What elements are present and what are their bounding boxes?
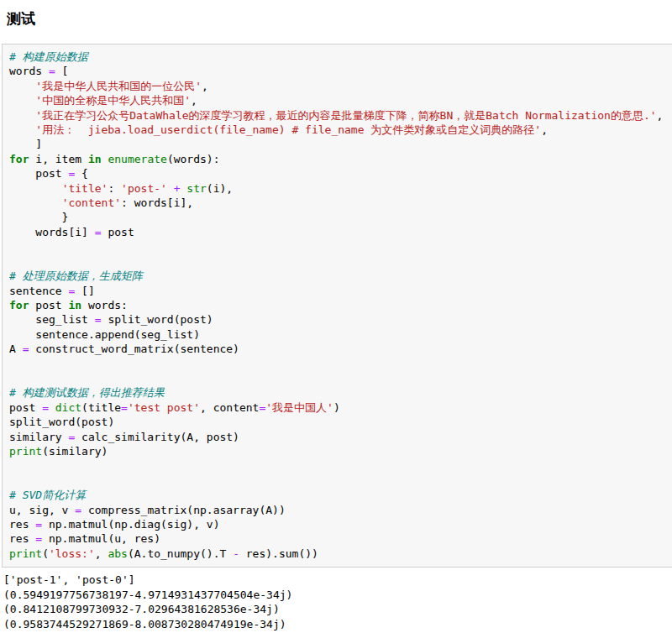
- code-line: post = dict(title='test post', content='…: [9, 400, 665, 415]
- code-token: '我是中华人民共和国的一位公民': [35, 80, 202, 92]
- code-token: res).sum()): [239, 547, 318, 560]
- code-line: [9, 357, 665, 371]
- output-line: ['post-1', 'post-0']: [3, 573, 672, 588]
- code-token: seg_list: [9, 313, 95, 326]
- code-line: '中国的全称是中华人民共和国',: [9, 93, 665, 107]
- code-line: '用法： jieba.load_userdict(file_name) # fi…: [9, 123, 665, 137]
- code-line: [9, 371, 665, 385]
- code-token: :: [108, 182, 121, 195]
- code-token: (i),: [207, 182, 233, 195]
- code-token: post: [29, 299, 68, 311]
- code-token: (words):: [167, 153, 220, 165]
- code-token: [9, 109, 35, 122]
- code-token: sentence: [9, 285, 68, 297]
- code-line: 'title': 'post-' + str(i),: [9, 181, 665, 196]
- code-cell[interactable]: # 构建原始数据words = [ '我是中华人民共和国的一位公民', '中国的…: [2, 44, 672, 568]
- code-token: # 构建测试数据，得出推荐结果: [9, 386, 165, 399]
- code-token: # 处理原始数据，生成矩阵: [9, 269, 143, 282]
- code-line: # SVD简化计算: [9, 488, 665, 502]
- code-token: : words[i],: [121, 196, 193, 209]
- code-token: []: [75, 285, 94, 297]
- code-token: compress_matrix(np.asarray(A)): [81, 504, 286, 516]
- code-token: words:: [81, 299, 128, 311]
- code-line: post = {: [9, 166, 665, 180]
- code-token: abs: [108, 547, 127, 560]
- code-token: [49, 401, 55, 414]
- code-token: [9, 80, 35, 92]
- code-line: res = np.matmul(np.diag(sig), v): [9, 517, 665, 531]
- code-token: print: [9, 547, 42, 560]
- code-token: 'title': [62, 182, 108, 195]
- code-token: res: [9, 532, 35, 545]
- code-token: post: [9, 167, 68, 180]
- code-token: =: [35, 532, 42, 545]
- code-token: [: [55, 65, 69, 77]
- code-token: 'post-': [121, 182, 167, 195]
- code-token: split_word(post): [102, 313, 213, 326]
- code-line: res = np.matmul(u, res): [9, 531, 665, 546]
- code-line: ]: [9, 137, 665, 151]
- code-line: sentence = []: [9, 284, 665, 298]
- code-line: similary = calc_similarity(A, post): [9, 430, 665, 444]
- code-token: for: [9, 153, 29, 165]
- code-token: split_word(post): [9, 416, 114, 428]
- code-line: # 处理原始数据，生成矩阵: [9, 269, 665, 283]
- code-token: '中国的全称是中华人民共和国': [35, 94, 191, 107]
- code-token: [9, 94, 35, 107]
- code-token: i, item: [29, 153, 87, 165]
- code-token: '我是中国人': [265, 401, 333, 414]
- code-line: [9, 254, 665, 269]
- code-token: (: [42, 547, 49, 560]
- output-line: (0.5949197756738197-4.9714931437704504e-…: [3, 588, 672, 603]
- code-token: '我正在学习公众号DataWhale的深度学习教程，最近的内容是批量梯度下降，简…: [35, 109, 656, 122]
- code-token: sentence.append(seg_list): [9, 328, 200, 341]
- output-line: (0.9583744529271869-8.008730280474919e-3…: [3, 617, 672, 632]
- code-token: dict: [55, 401, 81, 414]
- code-line: split_word(post): [9, 415, 665, 429]
- code-line: sentence.append(seg_list): [9, 327, 665, 342]
- code-token: ,: [191, 94, 197, 107]
- code-token: -: [233, 547, 239, 560]
- code-line: print('loss:', abs(A.to_numpy().T - res)…: [9, 547, 665, 561]
- code-line: '我是中华人民共和国的一位公民',: [9, 79, 665, 93]
- code-token: '用法： jieba.load_userdict(file_name) # fi…: [35, 123, 541, 136]
- code-token: [167, 182, 174, 195]
- code-line: words[i] = post: [9, 225, 665, 239]
- code-line: '我正在学习公众号DataWhale的深度学习教程，最近的内容是批量梯度下降，简…: [9, 108, 665, 123]
- code-line: # 构建测试数据，得出推荐结果: [9, 385, 665, 400]
- code-token: ]: [9, 138, 42, 150]
- code-line: 'content': words[i],: [9, 196, 665, 210]
- code-token: np.matmul(u, res): [42, 532, 160, 545]
- code-token: words[i]: [9, 226, 95, 238]
- code-token: post: [102, 226, 134, 238]
- code-token: }: [9, 211, 68, 223]
- code-token: =: [75, 504, 81, 516]
- code-token: ,: [657, 109, 664, 122]
- code-line: # 构建原始数据: [9, 50, 665, 64]
- code-line: for i, item in enumerate(words):: [9, 152, 665, 166]
- code-token: ): [333, 401, 340, 414]
- code-token: 'test post': [128, 401, 200, 414]
- code-token: ,: [95, 547, 108, 560]
- code-token: {: [75, 167, 88, 180]
- page-title: 测试: [0, 0, 672, 29]
- code-token: =: [35, 518, 42, 531]
- code-token: enumerate: [108, 153, 166, 165]
- code-token: for: [9, 299, 29, 311]
- code-token: in: [88, 153, 102, 165]
- code-token: words: [9, 65, 49, 77]
- code-token: =: [95, 226, 102, 238]
- code-line: seg_list = split_word(post): [9, 312, 665, 327]
- code-token: 'loss:': [49, 547, 95, 560]
- code-token: [9, 196, 62, 209]
- code-token: =: [121, 401, 128, 414]
- code-token: 'content': [62, 196, 121, 209]
- code-token: construct_word_matrix(sentence): [29, 343, 239, 355]
- code-token: res: [9, 518, 35, 531]
- code-token: (title: [81, 401, 121, 414]
- code-line: print(similary): [9, 444, 665, 458]
- notebook-page: 测试 # 构建原始数据words = [ '我是中华人民共和国的一位公民', '…: [0, 0, 672, 633]
- code-token: , content: [200, 401, 259, 414]
- code-token: ,: [541, 123, 548, 136]
- code-lines: # 构建原始数据words = [ '我是中华人民共和国的一位公民', '中国的…: [9, 50, 665, 561]
